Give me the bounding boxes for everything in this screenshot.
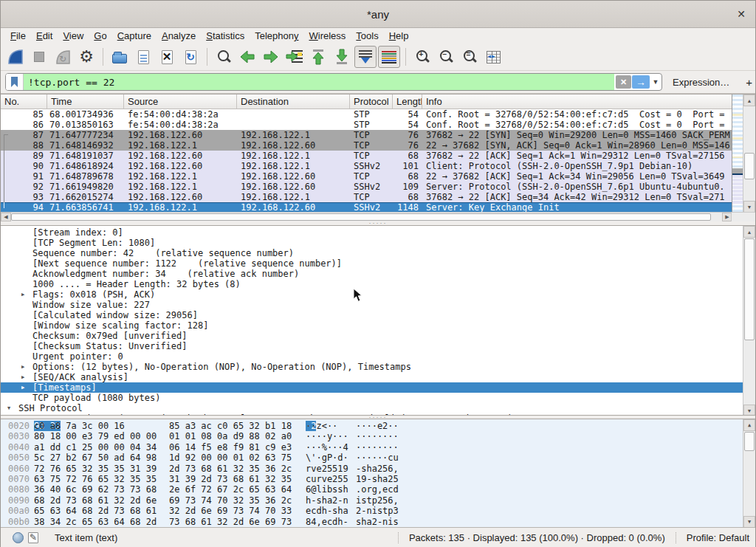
detail-line[interactable]: [Window size scaling factor: 128] xyxy=(1,320,743,331)
go-to-packet-button[interactable] xyxy=(284,46,306,68)
detail-line[interactable]: Checksum: 0x79ed [unverified] xyxy=(1,331,743,341)
restart-capture-button[interactable]: ↻ xyxy=(52,46,74,68)
start-capture-button[interactable] xyxy=(4,46,27,68)
scroll-left-arrow[interactable]: ◀ xyxy=(1,213,11,221)
scrollbar-thumb[interactable] xyxy=(744,238,755,340)
packet-row[interactable]: 8771.647777234192.168.122.60192.168.122.… xyxy=(1,130,733,140)
hex-row[interactable]: 008036 40 6c 69 62 73 73 682e 6f 72 67 2… xyxy=(1,484,743,495)
hex-row[interactable]: 00505c 27 b2 67 50 ad 64 981d 92 00 00 0… xyxy=(1,453,743,463)
zoom-original-button[interactable]: = xyxy=(458,46,481,68)
go-back-button[interactable] xyxy=(236,46,258,68)
expand-arrow-icon[interactable]: ▶ xyxy=(21,382,24,393)
column-header-destination[interactable]: Destination xyxy=(237,94,350,109)
hex-vscrollbar[interactable]: ▲ ▼ xyxy=(743,419,755,527)
detail-line[interactable]: [Checksum Status: Unverified] xyxy=(1,341,743,351)
detail-line-seqack[interactable]: ▶[SEQ/ACK analysis] xyxy=(1,372,743,382)
zoom-in-button[interactable]: + xyxy=(411,46,433,68)
expert-info-icon[interactable] xyxy=(13,532,24,543)
detail-line[interactable]: [Stream index: 0] xyxy=(1,227,743,238)
save-file-button[interactable] xyxy=(132,46,154,68)
intelligent-scrollbar-minimap[interactable] xyxy=(732,94,743,213)
packet-row[interactable]: 8871.648146932192.168.122.1192.168.122.6… xyxy=(1,140,733,151)
menu-help[interactable]: Help xyxy=(384,29,414,43)
stop-capture-button[interactable] xyxy=(28,46,50,68)
detail-line[interactable]: Acknowledgment number: 34 (relative ack … xyxy=(1,269,743,279)
packet-row[interactable]: 8670.013850163fe:54:00:d4:38:2aSTP54Conf… xyxy=(1,120,733,130)
packet-list-hscrollbar[interactable]: ◀ ▶ xyxy=(1,212,732,221)
column-header-time[interactable]: Time xyxy=(47,94,124,109)
detail-line-ssh-protocol[interactable]: ▼SSH Protocol xyxy=(1,403,743,413)
packet-row[interactable]: 8568.001734936fe:54:00:d4:38:2aSTP54Conf… xyxy=(1,109,733,120)
go-forward-button[interactable] xyxy=(260,46,282,68)
filter-dropdown-button[interactable]: ▼ xyxy=(650,74,662,90)
detail-line[interactable]: Window size value: 227 xyxy=(1,300,743,310)
hex-row[interactable]: 0020c0 a8 7a 3c 00 16 93 3285 a3 ac c0 6… xyxy=(1,421,743,431)
scrollbar-thumb[interactable] xyxy=(744,432,755,451)
menu-view[interactable]: View xyxy=(58,29,89,43)
detail-line-flags[interactable]: ▶Flags: 0x018 (PSH, ACK) xyxy=(1,289,743,300)
scroll-down-arrow[interactable]: ▼ xyxy=(743,405,755,416)
detail-line-options[interactable]: ▶Options: (12 bytes), No-Operation (NOP)… xyxy=(1,362,743,372)
capture-options-button[interactable]: ⚙ xyxy=(75,46,97,68)
detail-line[interactable]: [TCP Segment Len: 1080] xyxy=(1,238,743,248)
hex-row[interactable]: 00a065 63 64 68 2d 73 68 6132 2d 6e 69 7… xyxy=(1,506,743,516)
detail-line-ssh-version[interactable]: ▶SSH Version 2 (encryption:chacha20-poly… xyxy=(1,413,743,416)
hex-row[interactable]: 003080 18 00 e3 79 ed 00 0001 01 08 0a d… xyxy=(1,431,743,441)
scroll-down-arrow[interactable]: ▼ xyxy=(743,201,755,213)
menu-go[interactable]: Go xyxy=(89,29,111,43)
resize-columns-button[interactable] xyxy=(482,46,504,68)
capture-comment-icon[interactable] xyxy=(28,532,38,543)
colorize-button[interactable] xyxy=(378,46,400,68)
packet-row[interactable]: 9071.648618924192.168.122.60192.168.122.… xyxy=(1,161,733,171)
detail-line[interactable]: [Calculated window size: 29056] xyxy=(1,310,743,320)
scroll-up-arrow[interactable]: ▲ xyxy=(743,419,755,431)
detail-line[interactable]: [Next sequence number: 1122 (relative se… xyxy=(1,258,743,269)
zoom-out-button[interactable]: − xyxy=(435,46,457,68)
expand-arrow-icon[interactable]: ▶ xyxy=(21,372,24,382)
collapse-arrow-icon[interactable]: ▼ xyxy=(7,403,10,413)
column-header-info[interactable]: Info xyxy=(422,94,755,109)
expression-button[interactable]: Expression… xyxy=(673,77,729,88)
menu-analyze[interactable]: Analyze xyxy=(157,29,201,43)
hex-row[interactable]: 009068 2d 73 68 61 32 2d 6e69 73 74 70 3… xyxy=(1,495,743,506)
menu-file[interactable]: File xyxy=(5,29,31,43)
packet-row[interactable]: 9271.661949820192.168.122.1192.168.122.6… xyxy=(1,182,733,192)
scroll-up-arrow[interactable]: ▲ xyxy=(743,226,755,238)
filter-clear-button[interactable]: ✕ xyxy=(616,75,631,89)
menu-telephony[interactable]: Telephony xyxy=(250,29,303,43)
hex-row[interactable]: 006072 76 65 32 35 35 31 392d 73 68 61 3… xyxy=(1,464,743,474)
menu-tools[interactable]: Tools xyxy=(351,29,383,43)
menu-capture[interactable]: Capture xyxy=(112,29,157,43)
scrollbar-thumb[interactable] xyxy=(11,213,711,221)
packet-row[interactable]: 8971.648191037192.168.122.60192.168.122.… xyxy=(1,151,733,161)
packet-list-vscrollbar[interactable]: ▲ ▼ xyxy=(743,94,755,213)
scroll-down-arrow[interactable]: ▼ xyxy=(743,516,755,527)
hex-row[interactable]: 007063 75 72 76 65 32 35 3531 39 2d 73 6… xyxy=(1,474,743,484)
detail-vscrollbar[interactable]: ▲ ▼ xyxy=(743,226,755,416)
expand-arrow-icon[interactable]: ▶ xyxy=(21,289,24,300)
column-header-no[interactable]: No. xyxy=(1,94,47,109)
add-filter-button[interactable]: + xyxy=(746,76,752,89)
menu-wireless[interactable]: Wireless xyxy=(304,29,351,43)
detail-line[interactable]: Urgent pointer: 0 xyxy=(1,351,743,362)
hex-row[interactable]: 00b038 34 2c 65 63 64 68 2d73 68 61 32 2… xyxy=(1,517,743,527)
column-header-protocol[interactable]: Protocol xyxy=(350,94,393,109)
profile-selector[interactable]: Profile: Default xyxy=(676,532,749,543)
scrollbar-thumb[interactable] xyxy=(744,153,755,179)
menu-statistics[interactable]: Statistics xyxy=(201,29,250,43)
detail-line-timestamps-selected[interactable]: ▶[Timestamps] xyxy=(1,382,743,393)
packet-row[interactable]: 9171.648789678192.168.122.1192.168.122.6… xyxy=(1,171,733,182)
detail-line[interactable]: Sequence number: 42 (relative sequence n… xyxy=(1,248,743,258)
scroll-up-arrow[interactable]: ▲ xyxy=(743,94,755,106)
expand-arrow-icon[interactable]: ▶ xyxy=(21,362,24,372)
close-icon[interactable]: ✕ xyxy=(735,7,748,21)
packet-row[interactable]: 9371.662015274192.168.122.60192.168.122.… xyxy=(1,192,733,202)
open-file-button[interactable] xyxy=(109,46,131,68)
menu-edit[interactable]: Edit xyxy=(31,29,58,43)
detail-line[interactable]: TCP payload (1080 bytes) xyxy=(1,393,743,403)
filter-bookmark-button[interactable] xyxy=(6,74,24,90)
column-header-length[interactable]: Length xyxy=(393,94,422,109)
column-header-source[interactable]: Source xyxy=(124,94,237,109)
close-file-button[interactable]: ✕ xyxy=(156,46,178,68)
find-packet-button[interactable] xyxy=(213,46,235,68)
